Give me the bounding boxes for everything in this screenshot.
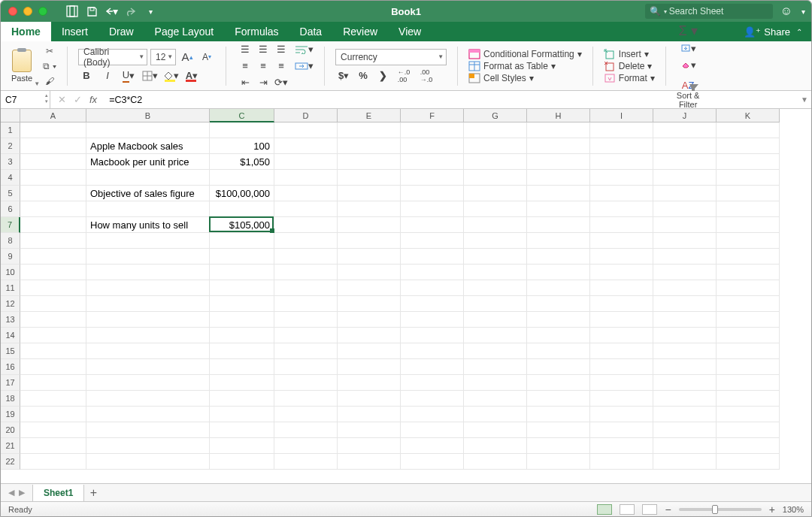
row-header-3[interactable]: 3 (1, 154, 20, 170)
cell-D1[interactable] (274, 122, 338, 138)
cell-B13[interactable] (86, 312, 210, 328)
cell-E10[interactable] (338, 265, 401, 280)
cell-C17[interactable] (210, 375, 274, 391)
cell-F1[interactable] (401, 122, 464, 138)
cell-K18[interactable] (717, 391, 780, 407)
cell-D10[interactable] (274, 265, 338, 280)
column-header-J[interactable]: J (653, 109, 717, 122)
cell-A19[interactable] (20, 407, 86, 422)
cell-K4[interactable] (717, 170, 780, 186)
cell-C18[interactable] (210, 391, 274, 407)
redo-icon[interactable] (124, 5, 138, 18)
cell-I4[interactable] (590, 170, 653, 186)
zoom-in-icon[interactable]: + (769, 503, 775, 515)
font-name-combo[interactable]: Calibri (Body)▼ (78, 49, 147, 65)
cell-E9[interactable] (338, 249, 401, 265)
cell-D5[interactable] (274, 186, 338, 201)
cell-B3[interactable]: Macbook per unit price (86, 154, 210, 170)
cell-K1[interactable] (717, 122, 780, 138)
page-break-view-button[interactable] (642, 504, 657, 515)
cell-H9[interactable] (527, 249, 590, 265)
comma-format-icon[interactable]: ❯ (374, 68, 391, 83)
cell-A16[interactable] (20, 359, 86, 375)
zoom-slider[interactable] (679, 508, 762, 511)
cell-K17[interactable] (717, 375, 780, 391)
cell-E13[interactable] (338, 312, 401, 328)
row-header-7[interactable]: 7 (1, 217, 20, 233)
cell-D7[interactable] (274, 217, 338, 233)
cell-H2[interactable] (527, 138, 590, 154)
column-header-K[interactable]: K (717, 109, 780, 122)
cell-G19[interactable] (464, 407, 527, 422)
cell-K16[interactable] (717, 359, 780, 375)
cell-G5[interactable] (464, 186, 527, 201)
cell-C21[interactable] (210, 438, 274, 454)
cell-A15[interactable] (20, 343, 86, 359)
cell-D15[interactable] (274, 343, 338, 359)
cell-B6[interactable] (86, 201, 210, 217)
cell-J16[interactable] (653, 359, 717, 375)
cell-A7[interactable] (20, 217, 86, 233)
workbook-icon[interactable] (65, 5, 79, 18)
cell-D8[interactable] (274, 233, 338, 249)
tab-formulas[interactable]: Formulas (224, 22, 289, 41)
merge-cells-icon[interactable]: ▾ (294, 59, 314, 74)
cell-K2[interactable] (717, 138, 780, 154)
cell-E5[interactable] (338, 186, 401, 201)
cell-D18[interactable] (274, 391, 338, 407)
cell-I7[interactable] (590, 217, 653, 233)
decrease-indent-icon[interactable]: ⇤ (237, 75, 253, 90)
cell-G3[interactable] (464, 154, 527, 170)
cell-H1[interactable] (527, 122, 590, 138)
cell-I8[interactable] (590, 233, 653, 249)
row-header-20[interactable]: 20 (1, 422, 20, 438)
cell-D2[interactable] (274, 138, 338, 154)
row-header-16[interactable]: 16 (1, 359, 20, 375)
cell-B21[interactable] (86, 438, 210, 454)
cell-F10[interactable] (401, 265, 464, 280)
copy-icon[interactable]: ⧉ ▾ (43, 60, 56, 72)
delete-cells-button[interactable]: Delete ▾ (604, 61, 653, 71)
cell-J5[interactable] (653, 186, 717, 201)
cell-C5[interactable]: $100,00,000 (210, 186, 274, 201)
cell-J6[interactable] (653, 201, 717, 217)
cell-A20[interactable] (20, 422, 86, 438)
paste-icon[interactable] (12, 50, 32, 72)
cell-K6[interactable] (717, 201, 780, 217)
cell-J14[interactable] (653, 328, 717, 343)
formula-input[interactable]: =C3*C2 (105, 95, 798, 105)
tab-home[interactable]: Home (1, 22, 51, 41)
row-header-10[interactable]: 10 (1, 265, 20, 280)
cell-F20[interactable] (401, 422, 464, 438)
cell-E3[interactable] (338, 154, 401, 170)
cell-styles-button[interactable]: Cell Styles ▾ (468, 73, 534, 83)
cell-E22[interactable] (338, 454, 401, 470)
cell-B7[interactable]: How many units to sell (86, 217, 210, 233)
format-cells-button[interactable]: Format ▾ (604, 73, 655, 83)
cell-C14[interactable] (210, 328, 274, 343)
cell-B8[interactable] (86, 233, 210, 249)
increase-decimal-icon[interactable]: ←.0.00 (394, 68, 414, 83)
clear-icon[interactable]: ▾ (680, 57, 696, 72)
cell-B11[interactable] (86, 280, 210, 296)
row-header-17[interactable]: 17 (1, 375, 20, 391)
cell-C20[interactable] (210, 422, 274, 438)
cell-I12[interactable] (590, 296, 653, 312)
cell-F19[interactable] (401, 407, 464, 422)
cell-D11[interactable] (274, 280, 338, 296)
tab-view[interactable]: View (388, 22, 432, 41)
cell-F13[interactable] (401, 312, 464, 328)
cell-C9[interactable] (210, 249, 274, 265)
row-header-15[interactable]: 15 (1, 343, 20, 359)
column-header-H[interactable]: H (527, 109, 590, 122)
cell-F14[interactable] (401, 328, 464, 343)
orientation-icon[interactable]: ⟳▾ (273, 75, 289, 90)
cell-I14[interactable] (590, 328, 653, 343)
cell-H19[interactable] (527, 407, 590, 422)
font-color-button[interactable]: A▾ (183, 68, 200, 83)
tab-draw[interactable]: Draw (98, 22, 144, 41)
cell-J3[interactable] (653, 154, 717, 170)
autosum-icon[interactable]: Σ ▾ (679, 23, 698, 39)
percent-format-icon[interactable]: % (355, 68, 371, 83)
cell-J21[interactable] (653, 438, 717, 454)
